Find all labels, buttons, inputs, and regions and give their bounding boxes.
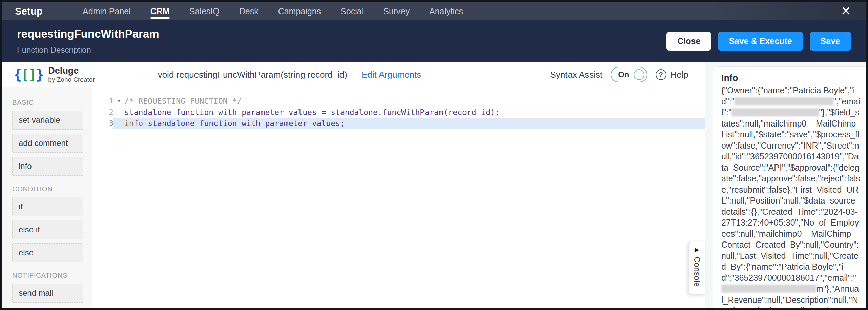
- line-number: 2: [92, 106, 113, 118]
- redacted-value: [731, 108, 819, 116]
- sidebar-section-notifications: NOTIFICATIONS: [12, 272, 92, 279]
- syntax-assist-state: On: [618, 70, 629, 79]
- sidebar-item-else[interactable]: else: [12, 243, 83, 262]
- nav-tab-social[interactable]: Social: [340, 2, 364, 20]
- top-nav-tabs: Admin PanelCRMSalesIQDeskCampaignsSocial…: [83, 2, 463, 20]
- deluge-logo-text: Deluge by Zoho Creator: [48, 66, 95, 83]
- code-text: info standalone_function_with_parameter_…: [124, 119, 345, 128]
- nav-tab-admin-panel[interactable]: Admin Panel: [83, 2, 131, 20]
- console-expand-icon: ▶: [695, 247, 699, 253]
- fold-arrow-icon[interactable]: ▾: [113, 98, 124, 104]
- nav-tab-analytics[interactable]: Analytics: [429, 2, 463, 20]
- sidebar-item-if[interactable]: if: [12, 197, 83, 216]
- deluge-logo-byline: by Zoho Creator: [48, 76, 95, 83]
- function-description-link[interactable]: Function Description: [17, 45, 159, 55]
- info-panel: Info {"Owner":{"name":"Patricia Boyle","…: [713, 66, 866, 308]
- info-panel-json: {"Owner":{"name":"Patricia Boyle","id":"…: [721, 85, 861, 308]
- deluge-logo: {[]} Deluge by Zoho Creator: [14, 66, 95, 83]
- assist-controls: Syntax Assist On ? Help: [550, 67, 693, 82]
- console-tab[interactable]: ▶ Console: [688, 241, 705, 295]
- code-line-2[interactable]: 2standalone_function_with_parameter_valu…: [92, 106, 705, 118]
- header-buttons: Close Save & Execute Save: [666, 32, 851, 51]
- main-area: {[]} Deluge by Zoho Creator void request…: [2, 62, 866, 308]
- code-line-1[interactable]: 1▾/* REQUESTING FUNCTION */: [92, 95, 705, 106]
- nav-tab-salesiq[interactable]: SalesIQ: [189, 2, 220, 20]
- function-signature: void requestingFuncWithParam(string reco…: [158, 70, 347, 80]
- line-content: standalone_function_with_parameter_value…: [113, 106, 705, 118]
- help-button[interactable]: ? Help: [656, 69, 688, 80]
- top-nav: Setup Admin PanelCRMSalesIQDeskCampaigns…: [2, 2, 866, 20]
- function-editor-window: Setup Admin PanelCRMSalesIQDeskCampaigns…: [0, 0, 868, 310]
- sidebar-item-set-variable[interactable]: set variable: [12, 111, 83, 130]
- help-label: Help: [670, 70, 688, 80]
- deluge-logo-name: Deluge: [48, 66, 95, 76]
- code-text: /* REQUESTING FUNCTION */: [124, 97, 242, 105]
- line-content: ▾/* REQUESTING FUNCTION */: [113, 95, 705, 106]
- sidebar-item-else-if[interactable]: else if: [12, 220, 83, 239]
- sidebar-item-info[interactable]: info: [12, 157, 83, 176]
- info-panel-title: Info: [721, 73, 861, 83]
- close-icon[interactable]: ✕: [839, 5, 853, 17]
- code-editor[interactable]: 1▾/* REQUESTING FUNCTION */2standalone_f…: [92, 87, 705, 308]
- sidebar-item-add-comment[interactable]: add comment: [12, 134, 83, 153]
- nav-tab-campaigns[interactable]: Campaigns: [278, 2, 321, 20]
- setup-brand: Setup: [15, 6, 43, 17]
- redacted-value: [721, 285, 816, 293]
- code-text: standalone_function_with_parameter_value…: [124, 108, 500, 117]
- nav-tab-crm[interactable]: CRM: [150, 2, 170, 20]
- edit-arguments-link[interactable]: Edit Arguments: [361, 70, 421, 80]
- close-button[interactable]: Close: [666, 32, 711, 51]
- function-header: requestingFuncWithParam Function Descrip…: [2, 20, 866, 62]
- console-tab-label: Console: [692, 257, 702, 287]
- save-execute-button[interactable]: Save & Execute: [718, 32, 803, 51]
- sidebar-item-send-mail[interactable]: send mail: [12, 284, 83, 303]
- editor-body: BASICset variableadd commentinfoCONDITIO…: [2, 87, 705, 308]
- nav-tab-survey[interactable]: Survey: [383, 2, 410, 20]
- toggle-knob: [634, 69, 644, 80]
- save-button[interactable]: Save: [810, 32, 851, 51]
- redacted-value: [735, 97, 833, 105]
- function-header-text: requestingFuncWithParam Function Descrip…: [17, 27, 159, 55]
- line-number: 1: [92, 95, 113, 106]
- nav-tab-desk[interactable]: Desk: [239, 2, 259, 20]
- sidebar-section-basic: BASIC: [12, 99, 92, 106]
- workspace: {[]} Deluge by Zoho Creator void request…: [2, 62, 705, 308]
- deluge-logo-icon: {[]}: [14, 68, 43, 81]
- line-content: info standalone_function_with_parameter_…: [113, 118, 705, 129]
- page-title: requestingFuncWithParam: [17, 27, 159, 40]
- syntax-assist-label: Syntax Assist: [550, 70, 603, 80]
- editor-toolbar: {[]} Deluge by Zoho Creator void request…: [2, 62, 705, 87]
- right-rail: Info {"Owner":{"name":"Patricia Boyle","…: [705, 62, 866, 308]
- snippets-sidebar: BASICset variableadd commentinfoCONDITIO…: [2, 87, 92, 308]
- line-number: 3: [92, 118, 113, 129]
- help-icon: ?: [656, 69, 666, 80]
- code-line-3[interactable]: 3info standalone_function_with_parameter…: [92, 118, 705, 129]
- syntax-assist-toggle[interactable]: On: [611, 67, 647, 82]
- sidebar-section-condition: CONDITION: [12, 185, 92, 193]
